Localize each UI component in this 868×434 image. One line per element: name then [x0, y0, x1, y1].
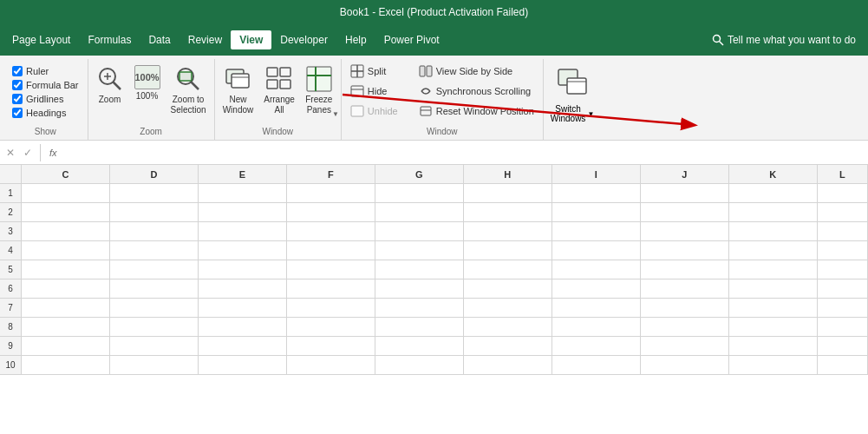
- cell-c5[interactable]: [22, 260, 110, 279]
- cell-h3[interactable]: [464, 222, 552, 240]
- unhide-button[interactable]: Unhide: [347, 102, 401, 120]
- split-button[interactable]: Split: [347, 62, 401, 80]
- headings-checkbox[interactable]: Headings: [12, 108, 79, 118]
- cell-h5[interactable]: [464, 260, 552, 279]
- cell-i6[interactable]: [552, 279, 641, 298]
- cell-e4[interactable]: [199, 241, 287, 260]
- cell-l3[interactable]: [818, 222, 868, 240]
- cell-i10[interactable]: [552, 356, 641, 374]
- cell-i7[interactable]: [552, 299, 641, 317]
- cell-i2[interactable]: [552, 203, 641, 221]
- cell-g5[interactable]: [375, 260, 464, 279]
- cell-g8[interactable]: [375, 318, 464, 336]
- cell-e7[interactable]: [199, 299, 287, 317]
- cell-j4[interactable]: [641, 241, 729, 260]
- cell-h10[interactable]: [464, 356, 552, 374]
- cell-h6[interactable]: [464, 279, 552, 298]
- cell-k5[interactable]: [729, 260, 818, 279]
- cell-g6[interactable]: [375, 279, 464, 298]
- cell-e5[interactable]: [199, 260, 287, 279]
- cell-e2[interactable]: [199, 203, 287, 221]
- cell-e1[interactable]: [199, 184, 287, 202]
- cell-k6[interactable]: [729, 279, 818, 298]
- cell-f1[interactable]: [287, 184, 375, 202]
- menu-page-layout[interactable]: Page Layout: [3, 30, 79, 49]
- menu-help[interactable]: Help: [336, 30, 375, 49]
- cell-l6[interactable]: [818, 279, 868, 298]
- cell-d5[interactable]: [110, 260, 199, 279]
- zoom-button[interactable]: Zoom: [92, 62, 128, 115]
- cell-f10[interactable]: [287, 356, 375, 374]
- cell-i5[interactable]: [552, 260, 641, 279]
- view-side-by-side-button[interactable]: View Side by Side: [415, 62, 538, 80]
- cell-d1[interactable]: [110, 184, 199, 202]
- switch-windows-group[interactable]: SwitchWindows ▼: [544, 59, 602, 140]
- cell-i1[interactable]: [552, 184, 641, 202]
- ruler-checkbox[interactable]: Ruler: [12, 66, 79, 76]
- new-window-button[interactable]: NewWindow: [219, 62, 258, 115]
- cell-k7[interactable]: [729, 299, 818, 317]
- hide-button[interactable]: Hide: [347, 82, 401, 100]
- cell-f4[interactable]: [287, 241, 375, 260]
- cell-l7[interactable]: [818, 299, 868, 317]
- cell-j10[interactable]: [641, 356, 729, 374]
- cell-i4[interactable]: [552, 241, 641, 260]
- cell-c8[interactable]: [22, 318, 110, 336]
- cell-d3[interactable]: [110, 222, 199, 240]
- cell-f5[interactable]: [287, 260, 375, 279]
- zoom-selection-button[interactable]: Zoom toSelection: [166, 62, 211, 115]
- search-area[interactable]: Tell me what you want to do: [712, 34, 856, 46]
- cell-d10[interactable]: [110, 356, 199, 374]
- cell-k9[interactable]: [729, 337, 818, 355]
- cell-k2[interactable]: [729, 203, 818, 221]
- cell-i3[interactable]: [552, 222, 641, 240]
- reset-window-button[interactable]: Reset Window Position: [415, 102, 538, 120]
- cell-l9[interactable]: [818, 337, 868, 355]
- cell-f7[interactable]: [287, 299, 375, 317]
- cell-h1[interactable]: [464, 184, 552, 202]
- freeze-panes-button[interactable]: FreezePanes ▼: [301, 62, 337, 115]
- cell-d2[interactable]: [110, 203, 199, 221]
- cell-j7[interactable]: [641, 299, 729, 317]
- cell-k4[interactable]: [729, 241, 818, 260]
- cell-j5[interactable]: [641, 260, 729, 279]
- sync-scrolling-button[interactable]: Synchronous Scrolling: [415, 82, 538, 100]
- cell-f6[interactable]: [287, 279, 375, 298]
- cell-f9[interactable]: [287, 337, 375, 355]
- cell-d4[interactable]: [110, 241, 199, 260]
- cell-g2[interactable]: [375, 203, 464, 221]
- cell-f8[interactable]: [287, 318, 375, 336]
- cell-k1[interactable]: [729, 184, 818, 202]
- cell-h9[interactable]: [464, 337, 552, 355]
- menu-power-pivot[interactable]: Power Pivot: [375, 30, 448, 49]
- menu-developer[interactable]: Developer: [271, 30, 336, 49]
- cell-g4[interactable]: [375, 241, 464, 260]
- cell-h8[interactable]: [464, 318, 552, 336]
- cell-f3[interactable]: [287, 222, 375, 240]
- cell-e6[interactable]: [199, 279, 287, 298]
- cell-l1[interactable]: [818, 184, 868, 202]
- zoom-100-button[interactable]: 100% 100%: [130, 62, 165, 115]
- cell-c2[interactable]: [22, 203, 110, 221]
- menu-data[interactable]: Data: [140, 30, 179, 49]
- cell-d7[interactable]: [110, 299, 199, 317]
- arrange-all-button[interactable]: ArrangeAll: [259, 62, 299, 115]
- cell-g9[interactable]: [375, 337, 464, 355]
- cell-j3[interactable]: [641, 222, 729, 240]
- formula-input[interactable]: [64, 146, 865, 160]
- gridlines-checkbox[interactable]: Gridlines: [12, 94, 79, 104]
- cell-l2[interactable]: [818, 203, 868, 221]
- formula-bar-checkbox[interactable]: Formula Bar: [12, 80, 79, 90]
- cell-e8[interactable]: [199, 318, 287, 336]
- cell-h2[interactable]: [464, 203, 552, 221]
- cell-d9[interactable]: [110, 337, 199, 355]
- cell-g1[interactable]: [375, 184, 464, 202]
- cell-c7[interactable]: [22, 299, 110, 317]
- cell-j6[interactable]: [641, 279, 729, 298]
- cell-c4[interactable]: [22, 241, 110, 260]
- cell-h7[interactable]: [464, 299, 552, 317]
- cell-h4[interactable]: [464, 241, 552, 260]
- cell-f2[interactable]: [287, 203, 375, 221]
- cell-i9[interactable]: [552, 337, 641, 355]
- cell-l10[interactable]: [818, 356, 868, 374]
